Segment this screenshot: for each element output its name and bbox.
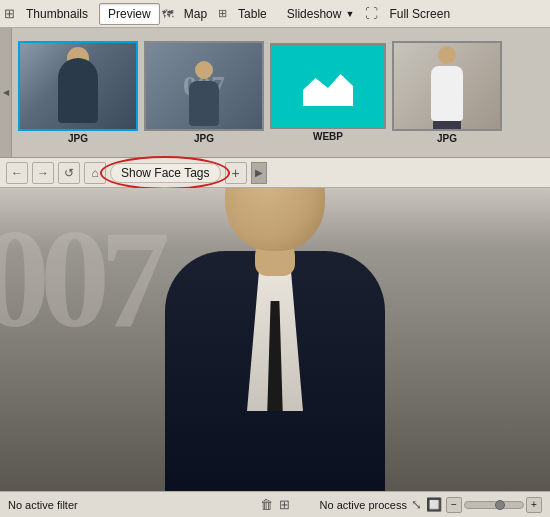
bond-head bbox=[225, 188, 325, 251]
main-area: ◀ JPG bbox=[0, 28, 550, 517]
nav-bar: ← → ↺ ⌂ Show Face Tags + ▶ bbox=[0, 158, 550, 188]
thumbnail-3[interactable]: WEBP bbox=[270, 43, 386, 142]
back-button[interactable]: ← bbox=[6, 162, 28, 184]
thumb-2-image bbox=[144, 41, 264, 131]
thumb-3-icon bbox=[303, 66, 353, 106]
thumb-4-head bbox=[438, 46, 456, 64]
zoom-slider[interactable]: − + bbox=[446, 497, 542, 513]
thumb-1-image bbox=[18, 41, 138, 131]
no-active-filter-text: No active filter bbox=[8, 499, 78, 511]
thumb-1-bg bbox=[20, 41, 136, 131]
thumb-3-image bbox=[270, 43, 386, 129]
preview-area: 007 bbox=[0, 188, 550, 491]
thumbnail-strip: ◀ JPG bbox=[0, 28, 550, 158]
thumbnails-icon: ⊞ bbox=[4, 6, 15, 21]
map-icon: 🗺 bbox=[162, 8, 173, 20]
thumbnail-1[interactable]: JPG bbox=[18, 41, 138, 144]
zoom-in-btn[interactable]: + bbox=[526, 497, 542, 513]
zoom-thumb bbox=[495, 500, 505, 510]
thumb-4-pants bbox=[433, 121, 461, 131]
thumb-4-label: JPG bbox=[437, 133, 457, 144]
preview-button[interactable]: Preview bbox=[99, 3, 160, 25]
show-face-tags-button[interactable]: Show Face Tags bbox=[110, 163, 221, 183]
fullscreen-icon: ⛶ bbox=[365, 6, 378, 21]
thumb-strip-inner: JPG JPG bbox=[4, 32, 502, 153]
thumb-2-label: JPG bbox=[194, 133, 214, 144]
zoom-track[interactable] bbox=[464, 501, 524, 509]
no-active-process-text: No active process bbox=[320, 499, 407, 511]
status-right: No active process ⤡ 🔲 − + bbox=[294, 497, 542, 513]
status-left: No active filter bbox=[8, 499, 256, 511]
thumb-2-bg bbox=[146, 41, 262, 131]
face-tags-container: Show Face Tags bbox=[110, 163, 221, 183]
thumb-4-body bbox=[431, 66, 463, 121]
007-watermark: 007 bbox=[0, 198, 160, 359]
thumb-2-head bbox=[195, 61, 213, 79]
thumb-4-image bbox=[392, 41, 502, 131]
status-center: 🗑 ⊞ bbox=[260, 497, 290, 512]
table-icon: ⊞ bbox=[218, 7, 227, 20]
preview-image: 007 bbox=[0, 188, 550, 491]
thumb-4-figure bbox=[431, 46, 463, 131]
thumb-2-body bbox=[189, 81, 219, 126]
fullscreen-button[interactable]: Full Screen bbox=[380, 3, 459, 25]
map-button[interactable]: Map bbox=[175, 3, 216, 25]
thumb-1-label: JPG bbox=[68, 133, 88, 144]
add-button[interactable]: + bbox=[225, 162, 247, 184]
slideshow-label: Slideshow bbox=[287, 7, 342, 21]
thumb-1-body bbox=[58, 58, 98, 123]
expand-icon-1[interactable]: ⤡ bbox=[411, 497, 422, 512]
expand-icon-2[interactable]: 🔲 bbox=[426, 497, 442, 512]
delete-icon[interactable]: 🗑 bbox=[260, 497, 273, 512]
bond-body bbox=[165, 251, 385, 491]
nav-arrow-right[interactable]: ▶ bbox=[251, 162, 267, 184]
home-button[interactable]: ⌂ bbox=[84, 162, 106, 184]
refresh-button[interactable]: ↺ bbox=[58, 162, 80, 184]
thumb-4-bg bbox=[394, 41, 500, 131]
thumbnail-4[interactable]: JPG bbox=[392, 41, 502, 144]
slideshow-button[interactable]: Slideshow ▼ bbox=[278, 3, 364, 25]
zoom-out-btn[interactable]: − bbox=[446, 497, 462, 513]
strip-scroll-left[interactable]: ◀ bbox=[0, 28, 12, 157]
thumb-3-bg bbox=[272, 43, 384, 129]
slideshow-dropdown-icon: ▼ bbox=[345, 9, 354, 19]
status-bar: No active filter 🗑 ⊞ No active process ⤡… bbox=[0, 491, 550, 517]
thumb-3-label: WEBP bbox=[313, 131, 343, 142]
grid-view-icon[interactable]: ⊞ bbox=[279, 497, 290, 512]
thumbnail-2[interactable]: JPG bbox=[144, 41, 264, 144]
thumbnails-button[interactable]: Thumbnails bbox=[17, 3, 97, 25]
table-button[interactable]: Table bbox=[229, 3, 276, 25]
forward-button[interactable]: → bbox=[32, 162, 54, 184]
top-toolbar: ⊞ Thumbnails Preview 🗺 Map ⊞ Table Slide… bbox=[0, 0, 550, 28]
thumb-2-figure bbox=[189, 61, 219, 126]
